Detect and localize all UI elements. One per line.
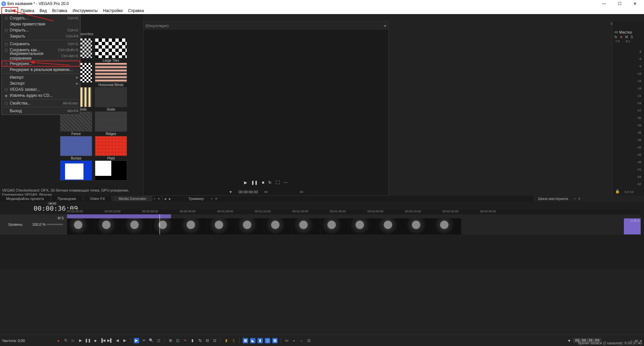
mode-e[interactable]: ▦ [272,338,278,343]
auto-tool[interactable]: ⊡ [212,338,217,343]
menu-item[interactable]: Экран приветствия [2,21,80,27]
tab-media[interactable]: Медиафайлы проекта [0,196,50,201]
clip-header[interactable] [67,214,171,218]
loop-button[interactable]: ↻ [63,338,68,343]
tab-arrow-right-icon[interactable]: ▸ [168,197,172,201]
playhead[interactable] [160,214,160,234]
tab-pin-icon[interactable]: ▫ [153,197,157,201]
menu-item[interactable]: Рендеринг в реальном времени... [2,67,80,73]
go-end-button[interactable]: ▶▌ [107,338,113,343]
generator-thumb[interactable]: Grate [94,87,128,111]
menu-item[interactable]: ▢VEGAS захват... [2,86,80,92]
menu-item[interactable]: ВыходAlt+F4 [2,108,80,114]
lock-icon[interactable]: 🔒 [615,189,620,194]
split-tool[interactable]: ✂ [182,338,188,343]
tab-close-icon[interactable]: × [577,197,582,201]
menu-item[interactable]: ▢Открыть...Ctrl+O [2,27,80,33]
pause-icon[interactable]: ❚❚ [251,180,258,185]
generator-thumb[interactable]: Fence [59,112,93,136]
frame-icon[interactable]: ▭ [300,190,303,194]
select-tool[interactable]: ◻ [156,338,161,343]
maximize-button[interactable]: ☐ [612,0,627,7]
tab-explorer[interactable]: Проводник [52,196,82,201]
ungroup-tool[interactable]: ▯ [231,338,236,343]
tab-mediagen[interactable]: Media Generator [113,196,153,201]
fullscreen-icon[interactable]: ⛶ [276,180,280,185]
snap-tool[interactable]: ◫ [175,338,180,343]
menu-tools[interactable]: Инструменты [70,8,100,14]
generator-thumb[interactable]: Horizontal Blinds [94,63,128,87]
track-ms[interactable]: M S [58,216,64,220]
close-button[interactable]: ✕ [627,0,643,7]
zoom-tool[interactable]: 🔍 [149,338,154,343]
menu-item[interactable]: ◉Извлечь аудио из CD... [2,92,80,98]
tab-close-icon[interactable]: × [157,197,161,201]
prev-frame-button[interactable]: ◀ [115,338,120,343]
misc-a[interactable]: ▭ [284,338,289,343]
menu-settings[interactable]: Настройки [100,8,125,14]
play-start-button[interactable]: ▷ [70,338,76,343]
menu-insert[interactable]: Вставка [50,8,70,14]
fx-icon[interactable]: fx [614,35,617,39]
cursor-tool[interactable]: ▶ [134,338,139,343]
mode-a[interactable]: ▦ [243,338,248,343]
pause-button[interactable]: ❚❚ [85,338,91,343]
track-header[interactable]: M S Уровень: 100,0 % [0,214,67,234]
crop-tool[interactable]: ✂ [141,338,147,343]
marker-icon[interactable]: ▼ [229,190,232,194]
snap-toggle[interactable]: ⊞ [168,338,173,343]
menu-item[interactable]: ▢Свойства...Alt+Enter [2,100,80,106]
marker-tool[interactable]: ▮ [190,338,195,343]
mode-c[interactable]: ▮ [257,338,263,343]
record-button[interactable]: ● [56,338,61,343]
tab-arrow-left-icon[interactable]: ◂ [163,197,168,201]
stop-button[interactable]: ■ [93,338,98,343]
tab-close-icon[interactable]: × [214,197,219,201]
generator-thumb[interactable]: Plaid [94,136,128,160]
generator-thumb[interactable] [94,160,128,181]
mute-button[interactable]: M [625,35,628,39]
preview-dropdown-icon[interactable]: ▾ [384,24,386,28]
track-slider[interactable] [47,224,63,225]
solo-button[interactable]: S [631,35,633,39]
go-start-button[interactable]: ▐◀ [100,338,105,343]
tab-masterbus[interactable]: Шина мастеринга [533,196,573,201]
menu-item[interactable]: Экспорт▶ [2,80,80,86]
loop-icon[interactable]: ↻ [268,180,272,185]
menu-view[interactable]: Вид [37,8,50,14]
marker-flag-icon[interactable]: ▼ [567,339,571,343]
tab-pin-icon[interactable]: ▫ [210,197,214,201]
menu-help[interactable]: Справка [125,8,147,14]
menu-item[interactable]: ЗакрытьCtrl+F4 [2,33,80,39]
menu-item[interactable]: Импорт▶ [2,74,80,80]
clip-fx-icon[interactable]: ▭ fx ≡ [631,219,639,222]
gear-icon[interactable]: ✲ [620,35,623,39]
lock-tool[interactable]: ⊟ [204,338,210,343]
generator-thumb[interactable]: Large Tiles [94,38,128,62]
generator-thumb[interactable]: Bumps [59,136,93,160]
ripple-tool[interactable]: ⇆ [197,338,202,343]
tab-videofx[interactable]: Video FX [84,196,111,201]
menu-item[interactable]: Инкрементальное сохранениеCtrl+Alt+S [2,53,80,59]
tab-trimmer[interactable]: Триммер [182,196,210,201]
stop-icon[interactable]: ■ [262,180,264,185]
track-body[interactable]: ▭ fx ≡ [67,214,641,234]
menu-item[interactable]: ▢Рендеринг... [2,61,80,67]
minimize-button[interactable]: — [596,0,612,7]
misc-b[interactable]: ▪ [291,338,297,343]
misc-d[interactable]: ⊡ [306,338,311,343]
next-frame-button[interactable]: ▶ [122,338,127,343]
menu-file[interactable]: Файл [1,7,18,14]
timeline-ruler[interactable]: 00:00:00:0000:00:15:0000:00:30:0000:00:4… [67,210,641,214]
group-tool[interactable]: ▮ [224,338,229,343]
misc-c[interactable]: ▫ [299,338,304,343]
frame-icon[interactable]: ▭ [264,190,268,194]
generator-thumb[interactable] [59,160,93,181]
more-icon[interactable]: ⋯ [284,180,288,185]
mode-b[interactable]: ◣ [250,338,255,343]
mode-d[interactable]: ◫ [265,338,270,343]
play-button[interactable]: ▶ [78,338,83,343]
play-icon[interactable]: ▶ [244,180,247,185]
tab-pin-icon[interactable]: ▫ [573,197,577,201]
clip-tail[interactable]: ▭ fx ≡ [624,218,641,234]
